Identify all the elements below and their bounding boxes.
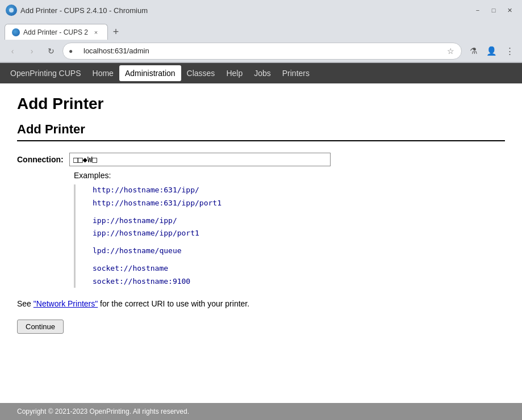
connection-label: Connection: [17,153,64,164]
example-line: http://hostname:631/ipp/ [93,184,505,196]
minimize-button[interactable]: − [471,5,485,15]
profile-button[interactable]: 👤 [483,43,499,59]
note-after-text: for the correct URI to use with your pri… [98,299,249,308]
example-group-lpd: lpd://hostname/queue [93,245,505,257]
address-bar-row: ‹ › ↻ ● localhost:631/admin ☆ ⚗ 👤 ⋮ [0,40,522,62]
example-line: ipp://hostname/ipp/port1 [93,228,505,240]
example-line: socket://hostname [93,263,505,275]
address-bar[interactable]: ● localhost:631/admin ☆ [62,43,462,60]
chromium-logo-icon [6,5,17,16]
example-line: ipp://hostname/ipp/ [93,215,505,227]
reload-button[interactable]: ↻ [43,43,59,59]
title-bar: Add Printer - CUPS 2.4.10 - Chromium − □… [0,0,522,20]
maximize-button[interactable]: □ [487,5,500,15]
tab-close-button[interactable]: × [91,28,101,37]
note-before-text: See [17,299,34,308]
example-line: lpd://hostname/queue [93,245,505,257]
browser-chrome: Add Printer - CUPS 2.4.10 - Chromium − □… [0,0,522,63]
tab-favicon-icon [12,28,20,36]
network-printers-note: See "Network Printers" for the correct U… [17,299,505,308]
example-group-http: http://hostname:631/ipp/ http://hostname… [93,184,505,209]
close-button[interactable]: ✕ [503,5,516,15]
page-title: Add Printer [17,95,505,113]
example-line: http://hostname:631/ipp/port1 [93,198,505,209]
nav-openprinting-cups[interactable]: OpenPrinting CUPS [5,65,87,81]
window-title: Add Printer - CUPS 2.4.10 - Chromium [20,6,148,15]
nav-help[interactable]: Help [220,65,248,81]
new-tab-button[interactable]: + [108,24,124,40]
section-heading: Add Printer [17,122,505,141]
lock-icon: ● [69,47,73,55]
browser-tab-active[interactable]: Add Printer - CUPS 2 × [5,24,108,40]
tab-title: Add Printer - CUPS 2 [23,28,88,36]
window-controls: − □ ✕ [471,5,516,15]
network-printers-link[interactable]: "Network Printers" [34,299,98,308]
more-menu-button[interactable]: ⋮ [502,43,517,59]
nav-jobs[interactable]: Jobs [248,65,277,81]
tab-bar: Add Printer - CUPS 2 × + [0,20,522,40]
examples-label: Examples: [74,171,505,180]
browser-actions: ⚗ 👤 ⋮ [465,43,517,59]
connection-input[interactable] [69,153,331,166]
nav-classes[interactable]: Classes [181,65,221,81]
connection-form-row: Connection: [17,153,505,166]
title-bar-left: Add Printer - CUPS 2.4.10 - Chromium [6,5,148,16]
back-button[interactable]: ‹ [5,43,20,59]
bookmark-icon: ☆ [447,47,454,56]
continue-button[interactable]: Continue [17,320,64,334]
forward-button[interactable]: › [24,43,40,59]
main-content: Add Printer Add Printer Connection: Exam… [0,83,522,345]
flask-button[interactable]: ⚗ [465,43,481,59]
nav-printers[interactable]: Printers [277,65,315,81]
example-group-ipp: ipp://hostname/ipp/ ipp://hostname/ipp/p… [93,215,505,240]
example-group-socket: socket://hostname socket://hostname:9100 [93,263,505,288]
example-line: socket://hostname:9100 [93,276,505,288]
nav-administration[interactable]: Administration [119,65,181,81]
cups-navigation: OpenPrinting CUPS Home Administration Cl… [0,63,522,83]
examples-block: http://hostname:631/ipp/ http://hostname… [74,184,505,288]
nav-home[interactable]: Home [87,65,119,81]
address-url: localhost:631/admin [83,47,149,55]
